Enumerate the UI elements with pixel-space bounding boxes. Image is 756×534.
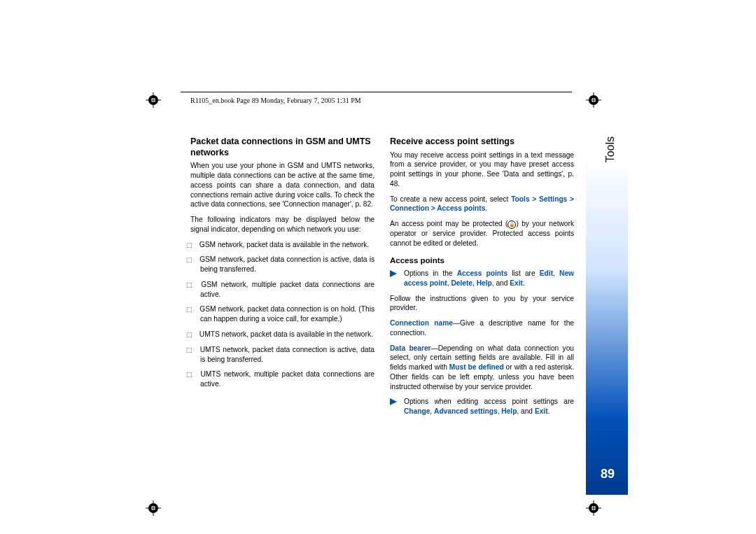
- body-text: Follow the instructions given to you by …: [390, 294, 574, 314]
- network-icon: ⬚: [190, 330, 197, 339]
- body-text: An access point may be protected (🔒) by …: [390, 219, 574, 248]
- heading-packet-data: Packet data connections in GSM and UMTS …: [190, 136, 374, 158]
- crop-mark-icon: [586, 500, 601, 516]
- heading-receive-ap: Receive access point settings: [390, 136, 574, 148]
- network-icon: ⬚: [190, 281, 197, 289]
- page-number: 89: [601, 467, 615, 482]
- lock-icon: 🔒: [507, 220, 516, 229]
- indicator-item: ⬚ GSM network, packet data is available …: [190, 240, 374, 250]
- network-icon: ⬚: [190, 255, 197, 264]
- left-column: Packet data connections in GSM and UMTS …: [190, 136, 374, 422]
- right-column: Receive access point settings You may re…: [390, 136, 574, 422]
- body-text: Connection name—Give a descriptive name …: [390, 318, 574, 338]
- crop-mark-icon: [146, 92, 161, 108]
- indicator-item: ⬚ GSM network, packet data connection is…: [190, 304, 374, 324]
- section-label: Tools: [604, 136, 617, 162]
- side-gradient: [586, 122, 628, 495]
- indicator-item: ⬚ UMTS network, packet data is available…: [190, 330, 374, 339]
- network-icon: ⬚: [190, 305, 197, 314]
- heading-access-points: Access points: [390, 255, 574, 267]
- header-rule: [181, 92, 572, 92]
- body-text: When you use your phone in GSM and UMTS …: [190, 161, 374, 209]
- crop-mark-icon: [586, 92, 601, 108]
- body-text: You may receive access point settings in…: [390, 150, 574, 189]
- header-meta: R1105_en.book Page 89 Monday, February 7…: [190, 97, 361, 104]
- body-text: Data bearer—Depending on what data conne…: [390, 344, 574, 392]
- network-icon: ⬚: [190, 241, 197, 249]
- network-icon: ⬚: [190, 346, 197, 354]
- options-tip: Options in the Access points list are Ed…: [390, 269, 574, 288]
- indicator-item: ⬚ GSM network, multiple packet data conn…: [190, 280, 374, 300]
- body-text: To create a new access point, select Too…: [390, 195, 574, 214]
- body-text: The following indicators may be displaye…: [190, 215, 374, 234]
- indicator-item: ⬚ UMTS network, multiple packet data con…: [190, 370, 374, 389]
- indicator-item: ⬚ UMTS network, packet data connection i…: [190, 345, 374, 365]
- crop-mark-icon: [146, 500, 161, 516]
- network-icon: ⬚: [190, 370, 197, 379]
- options-tip: Options when editing access point settin…: [390, 397, 574, 416]
- indicator-item: ⬚ GSM network, packet data connection is…: [190, 255, 374, 274]
